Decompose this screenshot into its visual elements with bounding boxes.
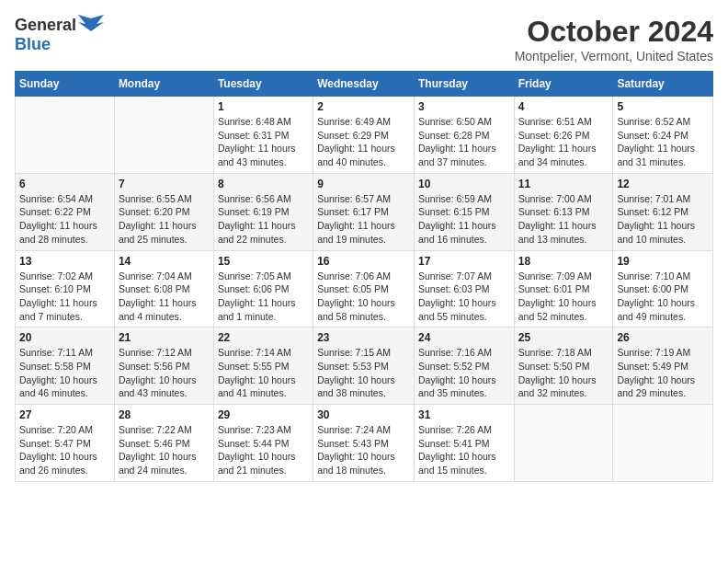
day-number: 16 <box>317 255 410 268</box>
sunrise-text: Sunrise: 6:55 AM <box>119 193 192 204</box>
sunrise-text: Sunrise: 6:52 AM <box>617 116 690 127</box>
daylight-text: Daylight: 11 hours and 31 minutes. <box>617 143 695 167</box>
sunset-text: Sunset: 5:56 PM <box>119 361 190 372</box>
sunset-text: Sunset: 6:05 PM <box>317 283 389 294</box>
sunset-text: Sunset: 6:28 PM <box>418 130 490 141</box>
sunrise-text: Sunrise: 7:05 AM <box>218 270 291 282</box>
day-number: 28 <box>119 408 210 421</box>
sunset-text: Sunset: 6:20 PM <box>119 206 190 217</box>
sunset-text: Sunset: 5:41 PM <box>418 438 490 449</box>
cell-info: Sunrise: 7:19 AM Sunset: 5:49 PM Dayligh… <box>617 346 709 400</box>
calendar-cell: 22 Sunrise: 7:14 AM Sunset: 5:55 PM Dayl… <box>213 327 313 405</box>
daylight-text: Daylight: 11 hours and 25 minutes. <box>119 220 197 245</box>
day-number: 4 <box>518 100 609 113</box>
sunset-text: Sunset: 5:47 PM <box>19 438 91 449</box>
calendar-cell: 3 Sunrise: 6:50 AM Sunset: 6:28 PM Dayli… <box>414 97 514 174</box>
calendar-cell: 29 Sunrise: 7:23 AM Sunset: 5:44 PM Dayl… <box>213 405 313 482</box>
daylight-text: Daylight: 11 hours and 22 minutes. <box>218 220 296 245</box>
calendar-cell: 1 Sunrise: 6:48 AM Sunset: 6:31 PM Dayli… <box>213 97 313 174</box>
day-number: 12 <box>617 178 709 190</box>
calendar-cell: 27 Sunrise: 7:20 AM Sunset: 5:47 PM Dayl… <box>16 405 115 482</box>
cell-info: Sunrise: 7:10 AM Sunset: 6:00 PM Dayligh… <box>617 270 709 324</box>
calendar-cell: 15 Sunrise: 7:05 AM Sunset: 6:06 PM Dayl… <box>213 250 313 327</box>
daylight-text: Daylight: 11 hours and 10 minutes. <box>617 220 695 245</box>
sunrise-text: Sunrise: 7:09 AM <box>518 270 592 282</box>
logo-general-text: General <box>15 16 76 35</box>
daylight-text: Daylight: 11 hours and 28 minutes. <box>19 220 97 245</box>
calendar-cell: 13 Sunrise: 7:02 AM Sunset: 6:10 PM Dayl… <box>16 250 115 327</box>
calendar-cell: 10 Sunrise: 6:59 AM Sunset: 6:15 PM Dayl… <box>414 173 514 250</box>
weekday-header-friday: Friday <box>514 72 613 97</box>
sunrise-text: Sunrise: 7:26 AM <box>418 424 492 435</box>
calendar-cell: 4 Sunrise: 6:51 AM Sunset: 6:26 PM Dayli… <box>514 97 613 174</box>
sunset-text: Sunset: 6:00 PM <box>617 283 688 294</box>
cell-info: Sunrise: 7:16 AM Sunset: 5:52 PM Dayligh… <box>418 346 510 400</box>
day-number: 24 <box>418 331 510 344</box>
day-number: 26 <box>617 331 709 344</box>
sunrise-text: Sunrise: 7:23 AM <box>218 424 291 435</box>
sunrise-text: Sunrise: 7:19 AM <box>617 347 690 358</box>
cell-info: Sunrise: 7:22 AM Sunset: 5:46 PM Dayligh… <box>119 423 210 477</box>
day-number: 9 <box>317 178 410 190</box>
cell-info: Sunrise: 6:50 AM Sunset: 6:28 PM Dayligh… <box>418 115 510 169</box>
weekday-header-row: SundayMondayTuesdayWednesdayThursdayFrid… <box>16 72 713 97</box>
weekday-header-saturday: Saturday <box>613 72 713 97</box>
day-number: 21 <box>119 331 210 344</box>
sunset-text: Sunset: 5:46 PM <box>119 438 190 449</box>
cell-info: Sunrise: 7:02 AM Sunset: 6:10 PM Dayligh… <box>19 270 110 324</box>
sunset-text: Sunset: 5:52 PM <box>418 361 490 372</box>
sunrise-text: Sunrise: 6:51 AM <box>518 116 592 127</box>
day-number: 17 <box>418 255 510 268</box>
daylight-text: Daylight: 10 hours and 29 minutes. <box>617 374 695 399</box>
cell-info: Sunrise: 7:09 AM Sunset: 6:01 PM Dayligh… <box>518 270 609 324</box>
calendar-cell: 7 Sunrise: 6:55 AM Sunset: 6:20 PM Dayli… <box>114 173 213 250</box>
sunset-text: Sunset: 6:15 PM <box>418 206 490 217</box>
calendar-cell: 25 Sunrise: 7:18 AM Sunset: 5:50 PM Dayl… <box>514 327 613 405</box>
cell-info: Sunrise: 6:54 AM Sunset: 6:22 PM Dayligh… <box>19 192 110 247</box>
logo: General Blue <box>15 15 104 54</box>
cell-info: Sunrise: 7:26 AM Sunset: 5:41 PM Dayligh… <box>418 423 510 477</box>
daylight-text: Daylight: 11 hours and 4 minutes. <box>119 297 197 322</box>
daylight-text: Daylight: 10 hours and 15 minutes. <box>418 451 496 476</box>
title-block: October 2024 Montpelier, Vermont, United… <box>515 15 713 63</box>
cell-info: Sunrise: 6:49 AM Sunset: 6:29 PM Dayligh… <box>317 115 410 169</box>
sunset-text: Sunset: 5:43 PM <box>317 438 389 449</box>
sunrise-text: Sunrise: 7:07 AM <box>418 270 492 282</box>
weekday-header-wednesday: Wednesday <box>313 72 415 97</box>
sunrise-text: Sunrise: 7:02 AM <box>19 270 93 282</box>
sunrise-text: Sunrise: 7:24 AM <box>317 424 391 435</box>
calendar-cell <box>114 97 213 174</box>
sunset-text: Sunset: 6:22 PM <box>19 206 91 217</box>
sunrise-text: Sunrise: 6:54 AM <box>19 193 93 204</box>
calendar-cell <box>16 97 115 174</box>
weekday-header-tuesday: Tuesday <box>213 72 313 97</box>
sunrise-text: Sunrise: 6:56 AM <box>218 193 291 204</box>
daylight-text: Daylight: 10 hours and 35 minutes. <box>418 374 496 399</box>
calendar-week-row: 1 Sunrise: 6:48 AM Sunset: 6:31 PM Dayli… <box>16 97 713 174</box>
sunrise-text: Sunrise: 6:57 AM <box>317 193 391 204</box>
daylight-text: Daylight: 11 hours and 37 minutes. <box>418 143 496 167</box>
sunset-text: Sunset: 6:06 PM <box>218 283 290 294</box>
sunrise-text: Sunrise: 6:49 AM <box>317 116 391 127</box>
calendar-cell: 21 Sunrise: 7:12 AM Sunset: 5:56 PM Dayl… <box>114 327 213 405</box>
sunrise-text: Sunrise: 7:15 AM <box>317 347 391 358</box>
daylight-text: Daylight: 10 hours and 43 minutes. <box>119 374 197 399</box>
sunrise-text: Sunrise: 7:11 AM <box>19 347 93 358</box>
cell-info: Sunrise: 7:20 AM Sunset: 5:47 PM Dayligh… <box>19 423 110 477</box>
sunrise-text: Sunrise: 7:10 AM <box>617 270 690 282</box>
calendar-cell: 20 Sunrise: 7:11 AM Sunset: 5:58 PM Dayl… <box>16 327 115 405</box>
day-number: 8 <box>218 178 309 190</box>
sunset-text: Sunset: 6:08 PM <box>119 283 190 294</box>
sunrise-text: Sunrise: 7:22 AM <box>119 424 192 435</box>
day-number: 1 <box>218 100 309 113</box>
day-number: 3 <box>418 100 510 113</box>
cell-info: Sunrise: 7:15 AM Sunset: 5:53 PM Dayligh… <box>317 346 410 400</box>
calendar-cell: 6 Sunrise: 6:54 AM Sunset: 6:22 PM Dayli… <box>16 173 115 250</box>
calendar-week-row: 20 Sunrise: 7:11 AM Sunset: 5:58 PM Dayl… <box>16 327 713 405</box>
daylight-text: Daylight: 11 hours and 16 minutes. <box>418 220 496 245</box>
calendar-cell: 11 Sunrise: 7:00 AM Sunset: 6:13 PM Dayl… <box>514 173 613 250</box>
calendar-cell: 23 Sunrise: 7:15 AM Sunset: 5:53 PM Dayl… <box>313 327 415 405</box>
cell-info: Sunrise: 6:48 AM Sunset: 6:31 PM Dayligh… <box>218 115 309 169</box>
daylight-text: Daylight: 10 hours and 41 minutes. <box>218 374 296 399</box>
sunrise-text: Sunrise: 6:59 AM <box>418 193 492 204</box>
